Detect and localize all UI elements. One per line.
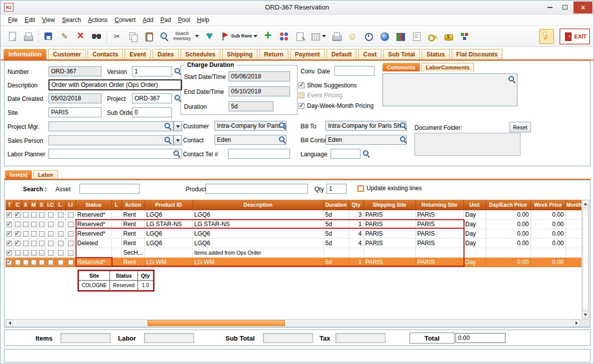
sales-person-search-icon[interactable] [164, 136, 172, 144]
cell-qty[interactable]: 1 [348, 219, 364, 229]
row-checkbox[interactable] [15, 260, 20, 265]
cell-status[interactable]: Reserved* [76, 210, 112, 219]
sub-rent-button[interactable]: Sub Rent [218, 29, 260, 44]
tab-payment[interactable]: Payment [290, 49, 325, 59]
sub-orders-field[interactable]: 0 [132, 107, 172, 117]
cell-returning-site[interactable]: PARIS [416, 238, 464, 248]
cell-day-each-price[interactable]: 0.00 [486, 238, 530, 248]
cell-product-id[interactable] [144, 248, 192, 257]
cell-returning-site[interactable]: PARIS [416, 257, 464, 267]
row-checkbox[interactable] [15, 222, 20, 227]
add-item-button[interactable] [260, 29, 276, 44]
cell-l[interactable] [112, 248, 122, 257]
comments-textarea[interactable] [382, 73, 518, 106]
product-search-input[interactable] [206, 184, 308, 194]
total-field[interactable]: 0.00 [456, 333, 506, 343]
tab-default[interactable]: Default [326, 49, 357, 59]
item-row-selected[interactable]: Reserved* Rent LG WM LG WM 5d 1 PARIS PA… [6, 257, 582, 267]
row-checkbox[interactable] [31, 260, 36, 265]
row-checkbox[interactable] [68, 231, 74, 237]
tab-cost[interactable]: Cost [358, 49, 382, 59]
cell-action[interactable]: Rent [122, 219, 144, 229]
menu-edit[interactable]: Edit [21, 15, 38, 25]
tab-return[interactable]: Return [259, 49, 288, 59]
cell-status[interactable]: Deleted [76, 238, 112, 248]
print-button[interactable] [20, 29, 36, 44]
search-inventory-dropdown-icon[interactable] [195, 35, 199, 37]
tab-shipping[interactable]: Shipping [222, 49, 258, 59]
day-week-month-pricing-checkbox[interactable] [298, 103, 304, 109]
row-checkbox[interactable] [48, 241, 54, 246]
row-checkbox[interactable] [31, 212, 36, 218]
sub-rent-dropdown-icon[interactable] [254, 35, 258, 37]
document-folder-box[interactable] [414, 133, 520, 156]
cell-returning-site[interactable]: PARIS [416, 210, 464, 219]
row-checkbox[interactable] [31, 241, 36, 246]
row-checkbox[interactable] [23, 222, 28, 227]
cell-description[interactable]: LGQ6 [192, 229, 324, 238]
cell-shipping-site[interactable] [364, 248, 416, 257]
row-checkbox[interactable] [23, 231, 28, 237]
cell-status[interactable]: Reserved* [76, 219, 112, 229]
tab-customer[interactable]: Customer [48, 49, 86, 59]
pool-button[interactable] [276, 29, 292, 44]
tab-laborcomments[interactable]: LaborComments [422, 63, 474, 71]
cell-l[interactable] [112, 238, 122, 248]
cell-shipping-site[interactable]: PARIS [364, 229, 416, 238]
barcode-dropdown-icon[interactable] [322, 35, 326, 37]
tab-flat-discounts[interactable]: Flat Discounts [452, 49, 503, 59]
edit-button[interactable] [57, 29, 72, 44]
cell-day-each-price[interactable]: 0.00 [486, 210, 530, 219]
sub-total-field[interactable] [263, 333, 313, 343]
col-qty[interactable]: Qty [348, 200, 364, 210]
row-checkbox[interactable] [68, 212, 74, 218]
cell-day-each-price[interactable]: 0.00 [486, 229, 530, 238]
col-x[interactable]: X [22, 200, 30, 210]
col-duration[interactable]: Duration [324, 200, 348, 210]
cell-week-price[interactable]: 0.00 [530, 238, 566, 248]
bill-to-field[interactable]: Intra-Company for Paris Sh [326, 121, 406, 131]
cell-l[interactable] [112, 210, 122, 219]
qty-input[interactable]: 1 [326, 184, 346, 194]
menu-pad[interactable]: Pad [157, 15, 174, 25]
language-field[interactable] [330, 149, 360, 159]
row-checkbox[interactable] [48, 212, 54, 218]
tab-sub-total[interactable]: Sub Total [383, 49, 420, 59]
row-checkbox[interactable] [48, 231, 54, 237]
row-checkbox[interactable] [6, 250, 12, 256]
tab-comments[interactable]: Comments [382, 63, 420, 71]
labor-planner-search-icon[interactable] [173, 150, 180, 157]
row-checkbox[interactable] [39, 231, 44, 237]
date-created-field[interactable]: 05/02/2018 [48, 93, 102, 103]
row-checkbox[interactable] [39, 250, 44, 256]
row-checkbox[interactable] [68, 260, 74, 265]
description-field[interactable]: Order with Operation Order (Ops Order) [48, 79, 182, 90]
cell-duration[interactable]: 5d [324, 210, 348, 219]
items-total-field[interactable] [60, 333, 110, 343]
row-checkbox[interactable] [23, 260, 28, 265]
language-search-icon[interactable] [362, 150, 370, 157]
tab-event[interactable]: Event [124, 49, 151, 59]
cell-week-price[interactable]: 0.00 [530, 219, 566, 229]
row-checkbox[interactable] [31, 231, 36, 237]
cell-month[interactable] [566, 219, 582, 229]
sales-person-dropdown[interactable] [174, 135, 182, 145]
cell-unit[interactable]: Day [464, 210, 486, 219]
time-button[interactable] [361, 29, 376, 44]
row-checkbox[interactable] [6, 212, 12, 218]
col-ii[interactable]: I.I [66, 200, 76, 210]
row-checkbox[interactable] [68, 222, 74, 227]
exit-button[interactable]: EXIT [560, 29, 590, 44]
col-t[interactable]: T [6, 200, 14, 210]
wizard-button[interactable] [539, 29, 554, 44]
row-checkbox[interactable] [48, 250, 54, 256]
tab-dates[interactable]: Dates [152, 49, 179, 59]
item-row[interactable]: Deleted Rent LGQ6 LGQ6 5d 4 PARIS PARIS … [6, 238, 582, 248]
cell-description[interactable]: LGQ6 [192, 238, 324, 248]
cell-unit[interactable]: Day [464, 257, 486, 267]
maximize-button[interactable] [558, 2, 572, 13]
tab-status[interactable]: Status [422, 49, 450, 59]
start-date-field[interactable]: 05/06/2018 [228, 71, 290, 81]
col-description[interactable]: Description [192, 200, 324, 210]
save-button[interactable] [41, 29, 56, 44]
